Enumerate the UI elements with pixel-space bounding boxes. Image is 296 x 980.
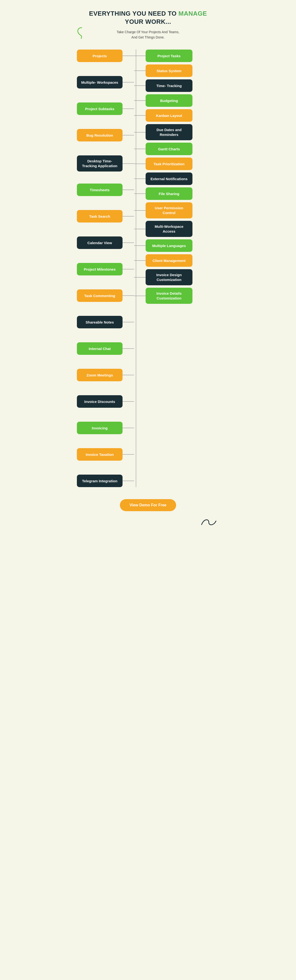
pill-internal-chat: Internal Chat: [77, 342, 122, 355]
right-item-status-system: Status System: [134, 64, 192, 77]
pill-invoicing: Invoicing: [77, 422, 122, 434]
left-item-task-commenting: Task Commenting: [77, 290, 134, 302]
pill-bug-resolution: Bug Resolution: [77, 129, 122, 142]
pill-budgeting: Budgeting: [146, 94, 192, 107]
left-column: Projects Multiple- Workspaces Project Su…: [79, 49, 134, 487]
tree-diagram: Projects Multiple- Workspaces Project Su…: [79, 49, 217, 487]
left-item-invoice-taxation: Invoice Taxation: [77, 448, 134, 461]
h-line: [122, 322, 134, 322]
h-line: [122, 295, 134, 296]
right-item-invoice-design: Invoice Design Customization: [134, 269, 192, 285]
pill-zoom-meetings: Zoom Meetings: [77, 369, 122, 381]
pill-project-milestones: Project Milestones: [77, 263, 122, 275]
page-header: EVERYTHING YOU NEED TO MANAGE YOUR WORK.…: [79, 10, 217, 40]
right-item-external-notifications: External Notifications: [134, 172, 192, 185]
pill-task-search: Task Search: [77, 210, 122, 223]
right-item-due-dates: Due Dates and Reminders: [134, 124, 192, 140]
left-item-timesheets: Timesheets: [77, 183, 134, 196]
deco-swirl-right: [200, 517, 217, 528]
right-item-time-tracking: Time- Tracking: [134, 80, 192, 92]
h-line: [134, 229, 146, 229]
pill-task-commenting: Task Commenting: [77, 290, 122, 302]
h-line: [122, 480, 134, 481]
right-item-multi-workspace: Multi-Workspace Access: [134, 221, 192, 237]
right-item-project-tasks: Project Tasks: [134, 49, 192, 62]
right-item-gantt-charts: Gantt Charts: [134, 143, 192, 155]
left-item-multiple-workspaces: Multiple- Workspaces: [77, 76, 134, 89]
right-column: Project Tasks Status System Time- Tracki…: [134, 49, 217, 487]
right-item-kanban-layout: Kanban Layout: [134, 109, 192, 122]
pill-telegram-integration: Telegram Integration: [77, 475, 122, 487]
h-line: [134, 193, 146, 194]
pill-kanban-layout: Kanban Layout: [146, 109, 192, 122]
left-item-calendar-view: Calendar View: [77, 237, 134, 249]
pill-invoice-details: Invoice Details Customization: [146, 288, 192, 304]
h-line: [134, 115, 146, 116]
left-item-bug-resolution: Bug Resolution: [77, 129, 134, 142]
right-item-multiple-languages: Multiple Languages: [134, 239, 192, 252]
h-line: [122, 242, 134, 243]
cta-section: View Demo For Free: [79, 499, 217, 519]
h-line: [134, 100, 146, 101]
pill-status-system: Status System: [146, 64, 192, 77]
h-line: [134, 245, 146, 246]
right-item-budgeting: Budgeting: [134, 94, 192, 107]
pill-invoice-taxation: Invoice Taxation: [77, 448, 122, 461]
pill-file-sharing: File Sharing: [146, 188, 192, 200]
right-item-user-permission: User Permission Control: [134, 202, 192, 218]
h-line: [122, 428, 134, 428]
pill-user-permission: User Permission Control: [146, 202, 192, 218]
h-line: [122, 375, 134, 375]
right-item-file-sharing: File Sharing: [134, 188, 192, 200]
left-item-telegram-integration: Telegram Integration: [77, 475, 134, 487]
h-line: [134, 210, 146, 211]
h-line: [134, 260, 146, 261]
pill-project-subtasks: Project Subtasks: [77, 102, 122, 115]
pill-calendar-view: Calendar View: [77, 237, 122, 249]
left-item-projects: Projects: [77, 49, 134, 62]
h-line: [134, 149, 146, 149]
pill-projects: Projects: [77, 49, 122, 62]
left-item-invoice-discounts: Invoice Discounts: [77, 395, 134, 408]
h-line: [134, 70, 146, 71]
h-line: [122, 135, 134, 135]
h-line: [134, 164, 146, 164]
h-line: [122, 401, 134, 402]
pill-invoice-discounts: Invoice Discounts: [77, 395, 122, 408]
h-line: [134, 178, 146, 179]
pill-due-dates: Due Dates and Reminders: [146, 124, 192, 140]
h-line: [122, 454, 134, 455]
pill-shareable-notes: Shareable Notes: [77, 316, 122, 328]
h-line: [122, 56, 134, 56]
view-demo-button[interactable]: View Demo For Free: [120, 499, 176, 511]
page-wrapper: EVERYTHING YOU NEED TO MANAGE YOUR WORK.…: [74, 0, 222, 533]
pill-multiple-languages: Multiple Languages: [146, 239, 192, 252]
left-item-desktop-tracking: Desktop Time- Tracking Application: [77, 155, 134, 172]
h-line: [134, 85, 146, 86]
h-line: [122, 216, 134, 216]
h-line: [134, 296, 146, 296]
page-title: EVERYTHING YOU NEED TO MANAGE YOUR WORK.…: [86, 10, 210, 26]
pill-time-tracking: Time- Tracking: [146, 80, 192, 92]
h-line: [122, 189, 134, 190]
h-line: [122, 163, 134, 164]
h-line: [122, 82, 134, 83]
h-line: [134, 132, 146, 132]
left-item-shareable-notes: Shareable Notes: [77, 316, 134, 328]
title-highlight: MANAGE: [179, 10, 207, 17]
pill-timesheets: Timesheets: [77, 183, 122, 196]
pill-desktop-tracking: Desktop Time- Tracking Application: [77, 155, 122, 172]
left-item-zoom-meetings: Zoom Meetings: [77, 369, 134, 381]
subtitle-line2: And Get Things Done.: [131, 35, 165, 39]
left-item-project-milestones: Project Milestones: [77, 263, 134, 275]
h-line: [122, 108, 134, 109]
pill-task-prioritization: Task Prioritization: [146, 158, 192, 170]
h-line: [134, 277, 146, 278]
pill-multiple-workspaces: Multiple- Workspaces: [77, 76, 122, 89]
title-part1: EVERYTHING YOU NEED TO: [89, 10, 179, 17]
pill-multi-workspace: Multi-Workspace Access: [146, 221, 192, 237]
left-item-internal-chat: Internal Chat: [77, 342, 134, 355]
subtitle-line1: Take Charge Of Your Projects And Teams,: [117, 30, 179, 34]
h-line: [134, 56, 146, 56]
pill-gantt-charts: Gantt Charts: [146, 143, 192, 155]
